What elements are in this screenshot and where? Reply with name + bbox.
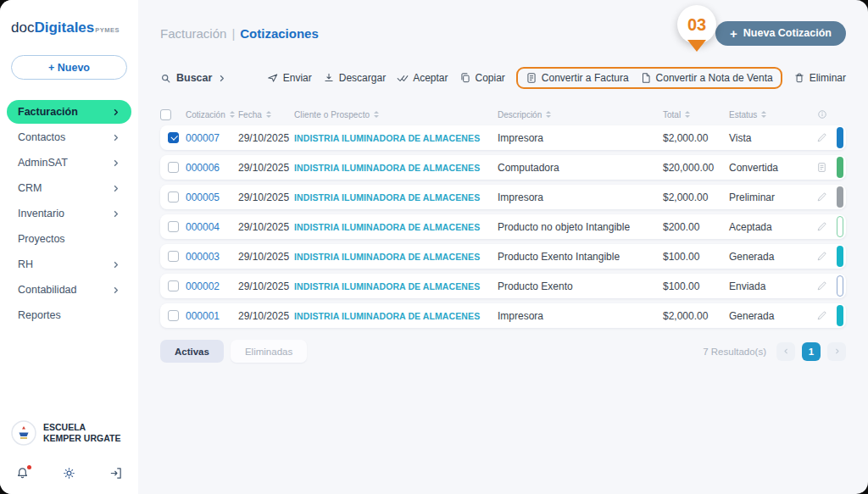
sidebar-item-facturacion[interactable]: Facturación (7, 100, 131, 124)
quotation-description: Impresora (498, 191, 663, 203)
quotation-number-link[interactable]: 000005 (186, 191, 238, 203)
sidebar-item-label: Facturación (18, 106, 78, 118)
tab-eliminadas[interactable]: Eliminadas (231, 340, 307, 363)
convert-to-invoice-button[interactable]: Convertir a Factura (526, 72, 629, 84)
quotation-total: $2,000.00 (663, 191, 729, 203)
sidebar-item-contabilidad[interactable]: Contabilidad (7, 278, 131, 302)
sidebar-item-rh[interactable]: RH (7, 253, 131, 276)
notifications-bell-icon[interactable] (15, 466, 30, 480)
quotation-number-link[interactable]: 000003 (186, 251, 238, 263)
row-checkbox[interactable] (168, 310, 179, 321)
pagination-prev-button[interactable] (776, 342, 795, 361)
user-profile[interactable]: ESCUELA KEMPER URGATE (11, 420, 127, 446)
chevron-left-icon (782, 347, 790, 355)
main-content: Facturación|Cotizaciones + Nueva Cotizac… (138, 0, 868, 494)
settings-gear-icon[interactable] (62, 466, 76, 480)
sidebar-item-reportes[interactable]: Reportes (7, 303, 131, 327)
quotation-number-link[interactable]: 000001 (186, 310, 238, 322)
pagination-next-button[interactable] (827, 342, 846, 361)
breadcrumb-parent[interactable]: Facturación (160, 26, 226, 41)
sidebar-item-crm[interactable]: CRM (7, 176, 131, 200)
sidebar-item-proyectos[interactable]: Proyectos (7, 227, 131, 251)
client-link[interactable]: INDISTRIA ILUMINADORA DE ALMACENES (294, 133, 498, 143)
search-control[interactable]: Buscar (160, 72, 226, 84)
row-checkbox[interactable] (168, 191, 179, 203)
view-tabs: Activas Eliminadas (160, 340, 307, 363)
table-footer: Activas Eliminadas 7 Resultado(s) 1 (160, 340, 846, 363)
column-header-cliente[interactable]: Cliente o Prospecto (294, 110, 498, 119)
quotation-number-link[interactable]: 000007 (186, 132, 238, 144)
quotation-number-link[interactable]: 000004 (186, 221, 238, 233)
sidebar-item-contactos[interactable]: Contactos (7, 125, 131, 149)
tab-activas[interactable]: Activas (160, 340, 224, 363)
document-icon[interactable] (816, 162, 827, 173)
column-header-total[interactable]: Total (663, 110, 729, 119)
client-link[interactable]: INDISTRIA ILUMINADORA DE ALMACENES (294, 163, 498, 173)
sidebar-nav: Facturación Contactos AdminSAT CRM Inven… (0, 100, 138, 329)
delete-button[interactable]: Eliminar (793, 72, 846, 84)
row-checkbox[interactable] (168, 280, 179, 291)
table-row[interactable]: 000007 29/10/2025 INDISTRIA ILUMINADORA … (160, 125, 846, 150)
accept-button[interactable]: Aceptar (397, 72, 448, 84)
status-accent-bar (837, 186, 843, 208)
sidebar-item-inventario[interactable]: Inventario (7, 202, 131, 225)
sidebar-item-label: Proyectos (18, 233, 65, 245)
convert-to-sale-note-button[interactable]: Convertir a Nota de Venta (640, 72, 773, 84)
double-check-icon (397, 72, 409, 84)
copy-button[interactable]: Copiar (459, 72, 505, 84)
column-header-estatus[interactable]: Estatus (729, 110, 810, 119)
breadcrumb-separator: | (231, 26, 235, 41)
quotation-number-link[interactable]: 000002 (186, 280, 238, 292)
table-row[interactable]: 000003 29/10/2025 INDISTRIA ILUMINADORA … (160, 244, 846, 269)
table-row[interactable]: 000004 29/10/2025 INDISTRIA ILUMINADORA … (160, 214, 846, 239)
status-accent-bar (837, 305, 843, 326)
edit-pencil-icon[interactable] (816, 191, 827, 203)
column-header-descripcion[interactable]: Descripción (498, 110, 663, 119)
new-quotation-button[interactable]: + Nueva Cotización (715, 21, 846, 46)
chevron-right-icon (111, 158, 120, 168)
row-checkbox[interactable] (168, 221, 179, 232)
user-name: ESCUELA KEMPER URGATE (43, 422, 125, 444)
edit-pencil-icon[interactable] (816, 221, 827, 232)
pagination-page-current[interactable]: 1 (802, 342, 821, 361)
quotation-date: 29/10/2025 (238, 221, 294, 233)
column-header-cotizacion[interactable]: Cotización (186, 110, 238, 119)
send-button[interactable]: Enviar (267, 72, 312, 84)
row-checkbox[interactable] (168, 132, 179, 143)
brand-suffix: PYMES (95, 26, 120, 34)
breadcrumb: Facturación|Cotizaciones (160, 26, 319, 41)
sidebar-item-adminsat[interactable]: AdminSAT (7, 151, 131, 175)
logout-icon[interactable] (108, 466, 123, 480)
new-button[interactable]: + Nuevo (11, 55, 127, 80)
table-row[interactable]: 000002 29/10/2025 INDISTRIA ILUMINADORA … (160, 274, 846, 298)
client-link[interactable]: INDISTRIA ILUMINADORA DE ALMACENES (294, 281, 498, 291)
table-row[interactable]: 000006 29/10/2025 INDISTRIA ILUMINADORA … (160, 155, 846, 180)
table-row[interactable]: 000005 29/10/2025 INDISTRIA ILUMINADORA … (160, 185, 846, 209)
status-accent-bar (837, 157, 843, 178)
breadcrumb-current: Cotizaciones (240, 26, 319, 41)
select-all-checkbox[interactable] (160, 109, 171, 120)
row-checkbox[interactable] (168, 162, 179, 173)
column-header-fecha[interactable]: Fecha (238, 110, 294, 119)
table-row[interactable]: 000001 29/10/2025 INDISTRIA ILUMINADORA … (160, 303, 846, 328)
quotation-number-link[interactable]: 000006 (186, 162, 238, 174)
chevron-right-icon (217, 74, 226, 83)
sidebar-item-label: AdminSAT (18, 157, 68, 169)
edit-pencil-icon[interactable] (816, 310, 827, 321)
client-link[interactable]: INDISTRIA ILUMINADORA DE ALMACENES (294, 192, 498, 203)
row-checkbox[interactable] (168, 251, 179, 262)
client-link[interactable]: INDISTRIA ILUMINADORA DE ALMACENES (294, 222, 498, 232)
notification-dot (27, 465, 31, 469)
status-accent-bar (837, 127, 843, 148)
quotation-status: Generada (729, 251, 810, 263)
edit-pencil-icon[interactable] (816, 280, 827, 291)
client-link[interactable]: INDISTRIA ILUMINADORA DE ALMACENES (294, 252, 498, 262)
invoice-icon (526, 72, 537, 84)
client-link[interactable]: INDISTRIA ILUMINADORA DE ALMACENES (294, 311, 498, 321)
edit-pencil-icon[interactable] (816, 251, 827, 262)
edit-pencil-icon[interactable] (816, 132, 827, 143)
sort-icon (685, 111, 690, 118)
table-body: 000007 29/10/2025 INDISTRIA ILUMINADORA … (160, 125, 846, 328)
download-button[interactable]: Descargar (323, 72, 386, 84)
sort-icon (374, 111, 379, 118)
